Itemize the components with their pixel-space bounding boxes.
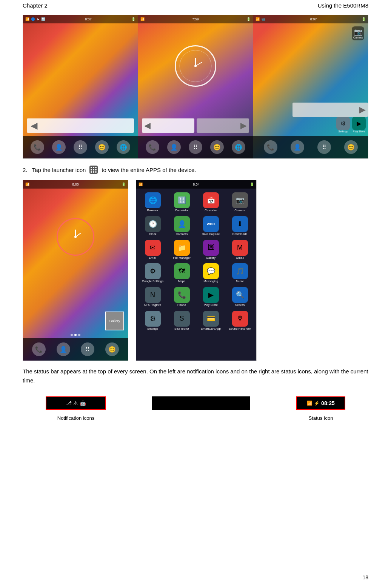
notif-icons-1: 📶 🔵 ➤ 🔄 <box>25 17 45 21</box>
app-item-browser[interactable]: 🌐Browser <box>139 191 167 214</box>
main-content: 📶 🔵 ➤ 🔄 8:07 🔋 ◀ 📞 👤 ⠿ 😊 🌐 <box>0 11 391 440</box>
app-label: NFC TagInfo <box>144 304 161 307</box>
app-icon-calendar: 📅 <box>203 192 219 208</box>
status-bar-1: 📶 🔵 ➤ 🔄 8:07 🔋 <box>23 15 138 23</box>
left-dock-apps: ⠿ <box>81 342 94 356</box>
notif-icons-3: 📶 📹 <box>256 17 265 21</box>
app-item-settings[interactable]: ⚙Settings <box>139 309 167 332</box>
app-item-sim-toolkit[interactable]: SSIM Toolkit <box>168 309 196 332</box>
app-label: Calendar <box>205 209 217 212</box>
app-item-google-settings[interactable]: ⚙Google Settings <box>139 262 167 285</box>
app-label: Email <box>149 256 156 260</box>
dock-phone-3: 📞 <box>264 140 277 154</box>
battery-2: 🔋 <box>246 17 251 21</box>
app-icon-clock: 🕐 <box>145 216 161 232</box>
statusbar-diagram: ⎇ ⚠ 🤖 Notification icons 📶 ⚡ 08:25 Statu… <box>23 393 368 425</box>
app-item-email[interactable]: ✉Email <box>139 238 167 261</box>
app-label: Search <box>235 304 245 307</box>
app-item-phone[interactable]: 📞Phone <box>168 286 196 309</box>
arrows-center: ◀ ▶ <box>138 118 253 133</box>
app-label: Contacts <box>176 233 188 236</box>
notification-label: Notification icons <box>57 415 94 421</box>
dock-contacts-1: 👤 <box>52 140 66 154</box>
phone-left: 📶 8:00 🔋 Gallery <box>23 180 128 361</box>
clock-circle <box>175 45 216 87</box>
app-item-sound-recorder[interactable]: 🎙Sound Recorder <box>226 309 254 332</box>
bottom-bar-2: 📞 👤 ⠿ 😊 🌐 <box>138 136 253 158</box>
app-icon-email: ✉ <box>145 240 161 256</box>
app-item-gallery[interactable]: 🖼Gallery <box>197 238 225 261</box>
app-icon-google-settings: ⚙ <box>145 263 161 279</box>
dock-msg-1: 😊 <box>95 140 109 154</box>
app-item-data-capture[interactable]: WDCData Capture <box>197 215 225 238</box>
app-item-contacts[interactable]: 👤Contacts <box>168 215 196 238</box>
bottom-bar-1: 📞 👤 ⠿ 😊 🌐 <box>23 136 138 158</box>
gallery-thumb: Gallery <box>105 312 124 330</box>
app-label: Gallery <box>206 256 216 260</box>
app-icon-smartcardapp: 💳 <box>203 311 219 327</box>
signal-icon: 📶 <box>307 401 312 406</box>
app-item-calendar[interactable]: 📅Calendar <box>197 191 225 214</box>
app-item-maps[interactable]: 🗺Maps <box>168 262 196 285</box>
app-icon-settings: ⚙ <box>145 311 161 327</box>
app-label: Downloads <box>232 233 248 236</box>
app-label: File Manager <box>173 256 191 260</box>
app-icon-gallery: 🖼 <box>203 240 219 256</box>
app-item-file-manager[interactable]: 📁File Manager <box>168 238 196 261</box>
time-1: 8:07 <box>85 17 92 21</box>
phone-right: 📶 8:04 🔋 🌐Browser🔢Calculator📅Calendar📷Ca… <box>136 180 257 361</box>
app-item-play-store[interactable]: ▶Play Store <box>197 286 225 309</box>
description-text: The status bar appears at the top of eve… <box>23 367 368 385</box>
app-icon-browser: 🌐 <box>145 192 161 208</box>
app-item-downloads[interactable]: ⬇Downloads <box>226 215 254 238</box>
app-label: Data Capture <box>202 233 220 236</box>
chapter-label: Chapter 2 <box>23 2 48 9</box>
page-title: Using the E500RM8 <box>318 2 368 9</box>
left-dock-contacts: 👤 <box>57 342 70 356</box>
dot-3 <box>78 334 80 336</box>
app-icon-nfc-taginfo: N <box>145 287 161 303</box>
dock-msg-3: 😊 <box>344 140 358 154</box>
dock-2: 📞 👤 ⠿ 😊 🌐 <box>138 136 253 158</box>
time-display: 08:25 <box>321 400 335 406</box>
left-status: 📶 8:00 🔋 <box>23 180 128 189</box>
camera-widget: 📷 Camera <box>352 26 364 40</box>
app-item-camera[interactable]: 📷Camera <box>226 191 254 214</box>
left-dock-msg: 😊 <box>105 342 119 356</box>
battery-1: 🔋 <box>131 17 135 21</box>
dock-1: 📞 👤 ⠿ 😊 🌐 <box>23 136 138 158</box>
app-item-calculator[interactable]: 🔢Calculator <box>168 191 196 214</box>
app-icon-camera: 📷 <box>232 192 248 208</box>
status-box: 📶 ⚡ 08:25 <box>296 396 345 410</box>
step2-suffix: to view the entire APPS of the device. <box>102 167 196 173</box>
app-label: Browser <box>147 209 158 212</box>
app-label: Clock <box>149 233 156 236</box>
app-label: Google Settings <box>142 280 163 283</box>
top-screenshot-strip: 📶 🔵 ➤ 🔄 8:07 🔋 ◀ 📞 👤 ⠿ 😊 🌐 <box>23 15 368 159</box>
app-item-smartcardapp[interactable]: 💳SmartCardApp <box>197 309 225 332</box>
app-item-gmail[interactable]: MGmail <box>226 238 254 261</box>
warning-icon: ⚠ <box>73 400 78 406</box>
app-item-messaging[interactable]: 💬Messaging <box>197 262 225 285</box>
left-dock: 📞 👤 ⠿ 😊 <box>23 338 128 361</box>
screenshot-pair: 📶 8:00 🔋 Gallery <box>23 180 368 361</box>
status-bar-2: 📶 7:59 🔋 <box>138 15 253 23</box>
app-item-music[interactable]: 🎵Music <box>226 262 254 285</box>
dock-apps-1: ⠿ <box>74 140 87 154</box>
dot-1 <box>71 334 73 336</box>
notification-box: ⎇ ⚠ 🤖 <box>46 396 106 410</box>
dock-contacts-2: 👤 <box>167 140 181 154</box>
app-item-clock[interactable]: 🕐Clock <box>139 215 167 238</box>
dock-3: 📞 👤 ⠿ 😊 <box>253 136 368 158</box>
charging-icon: ⚡ <box>314 401 320 406</box>
dock-contacts-3: 👤 <box>291 140 304 154</box>
app-icon-music: 🎵 <box>232 263 248 279</box>
app-item-nfc-taginfo[interactable]: NNFC TagInfo <box>139 286 167 309</box>
dot-2 <box>74 334 77 336</box>
notification-section: ⎇ ⚠ 🤖 Notification icons <box>46 396 106 421</box>
phone-screen-2: 📶 7:59 🔋 ◀ ▶ <box>138 15 253 158</box>
app-icon-phone: 📞 <box>174 287 190 303</box>
app-label: Messaging <box>203 280 218 283</box>
app-item-search[interactable]: 🔍Search <box>226 286 254 309</box>
launcher-icon-inline <box>89 166 98 174</box>
